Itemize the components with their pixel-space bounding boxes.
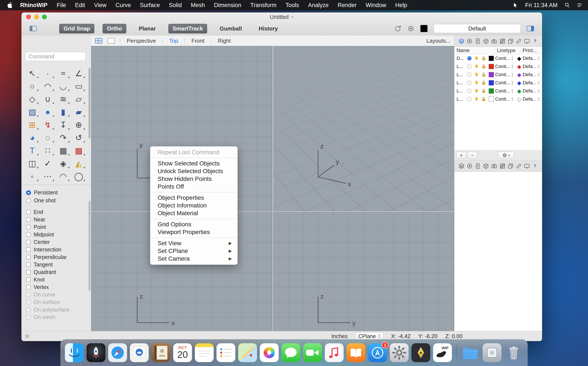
- tool-surface-plane-icon[interactable]: ▱▾: [71, 93, 86, 106]
- layer-visibility-bulb-icon[interactable]: [473, 72, 480, 77]
- layer-row[interactable]: L...Conti...◆Defa...: [454, 79, 542, 87]
- monitor-panel-icon[interactable]: [524, 163, 530, 169]
- menubar-item-dimension[interactable]: Dimension: [210, 2, 246, 8]
- camera-panel-icon[interactable]: [491, 38, 497, 44]
- dock-messages-icon[interactable]: [282, 343, 301, 362]
- tool-select-icon[interactable]: ↖▾: [24, 67, 40, 80]
- layer-lock-icon[interactable]: [480, 72, 487, 77]
- tool-more-icon[interactable]: ⋯▾: [40, 170, 55, 182]
- tool-array-icon[interactable]: ▩▾: [71, 144, 86, 157]
- menu-item-object-properties[interactable]: Object Properties: [150, 194, 237, 202]
- layer-visibility-bulb-icon[interactable]: [473, 97, 480, 101]
- sheets-panel-icon[interactable]: [507, 38, 514, 44]
- snap-mode-persistent[interactable]: Persistent: [26, 189, 91, 197]
- menubar-item-transform[interactable]: Transform: [246, 2, 281, 8]
- osnap-intersection[interactable]: Intersection: [26, 246, 91, 253]
- checkbox-point[interactable]: [26, 225, 31, 229]
- toolbar-toggle-smarttrack[interactable]: SmartTrack: [168, 24, 207, 33]
- tool-polyline-icon[interactable]: ∠▾: [71, 67, 86, 80]
- layer-gear-menu-button[interactable]: ⚙▾: [498, 152, 514, 159]
- tool-sphere-icon[interactable]: ●▾: [40, 106, 55, 118]
- tool-curve-network-icon[interactable]: ≋▾: [56, 93, 71, 106]
- hatch-panel-icon[interactable]: [499, 38, 506, 44]
- radio-persistent[interactable]: [26, 190, 31, 195]
- layers-panel-icon[interactable]: [458, 163, 465, 169]
- checkbox-perpendicular[interactable]: [26, 255, 31, 259]
- display-mode-combo[interactable]: Default: [434, 24, 521, 33]
- layer-print-width-popup[interactable]: Defa...: [523, 64, 542, 69]
- camera-panel-icon[interactable]: [491, 163, 497, 169]
- cplane-popup[interactable]: CPlane: [355, 332, 384, 340]
- dock-reminders-icon[interactable]: [217, 343, 235, 362]
- viewport-tab-front[interactable]: Front: [190, 38, 206, 44]
- menubar-item-view[interactable]: View: [90, 2, 111, 8]
- pointer-menu-extra-icon[interactable]: [513, 2, 518, 8]
- checkbox-midpoint[interactable]: [26, 232, 31, 237]
- column-print[interactable]: Print...: [521, 48, 542, 53]
- tool-text-icon[interactable]: T▾: [24, 144, 40, 157]
- layer-visibility-bulb-icon[interactable]: [473, 80, 480, 85]
- layer-linetype-popup[interactable]: Conti...: [495, 56, 516, 61]
- layer-print-width-popup[interactable]: Defa...: [523, 96, 542, 102]
- menubar-item-window[interactable]: Window: [361, 2, 391, 8]
- dock-notes-icon[interactable]: [195, 343, 214, 362]
- object-panel-icon[interactable]: [483, 163, 489, 169]
- dock-trash-icon[interactable]: [504, 343, 523, 362]
- layer-current-radio[interactable]: [466, 56, 473, 60]
- tool-gem-icon[interactable]: ◈▾: [56, 157, 71, 170]
- layer-linetype-popup[interactable]: Conti...: [495, 64, 516, 69]
- layer-print-color-icon[interactable]: ◆: [516, 64, 523, 69]
- layer-row[interactable]: L...Conti...◇Defa...: [454, 95, 542, 103]
- dock-safari-icon[interactable]: [108, 343, 127, 362]
- tool-palette-scrollbar[interactable]: [89, 68, 90, 139]
- grip-icon[interactable]: [24, 333, 30, 339]
- target-icon[interactable]: [407, 25, 414, 32]
- viewport-tab-top[interactable]: Top: [168, 38, 180, 44]
- layer-row[interactable]: L...Conti...◆Defa...: [454, 71, 542, 79]
- menu-item-set-view[interactable]: Set View▶: [150, 239, 237, 247]
- viewport-right[interactable]: z y: [273, 212, 455, 331]
- dock-maps-icon[interactable]: [238, 343, 257, 362]
- tool-gumball-icon[interactable]: ⊕▾: [71, 118, 86, 131]
- dock-finder-icon[interactable]: [65, 343, 84, 362]
- layer-lock-icon[interactable]: [480, 97, 487, 101]
- checkbox-intersection[interactable]: [26, 247, 31, 252]
- remove-layer-button[interactable]: −: [468, 152, 477, 159]
- osnap-vertex[interactable]: Vertex: [26, 283, 91, 291]
- display-panel-icon[interactable]: [467, 38, 473, 44]
- layer-print-color-icon[interactable]: ◆: [516, 56, 523, 61]
- dock-app-store-icon[interactable]: 1: [368, 343, 387, 362]
- osnap-point[interactable]: Point: [26, 223, 91, 231]
- notification-center-icon[interactable]: [577, 2, 582, 8]
- osnap-tangent[interactable]: Tangent: [26, 261, 91, 268]
- tool-control-point-curve-icon[interactable]: ≈▾: [56, 67, 71, 80]
- dock-folder-icon[interactable]: [461, 343, 480, 362]
- add-layer-button[interactable]: +: [457, 152, 466, 159]
- tool-plugins-icon[interactable]: ⊞▾: [24, 118, 40, 131]
- apple-menu-icon[interactable]: [7, 2, 12, 8]
- dock-facetime-icon[interactable]: [303, 343, 322, 362]
- osnap-midpoint[interactable]: Midpoint: [26, 231, 91, 238]
- layer-current-radio[interactable]: [466, 73, 473, 77]
- display-color-swatch[interactable]: [420, 25, 428, 32]
- tool-arc-blend-icon[interactable]: ◠▾: [56, 170, 71, 182]
- layer-visibility-bulb-icon[interactable]: [473, 64, 480, 69]
- layer-linetype-popup[interactable]: Conti...: [495, 72, 516, 77]
- single-pane-icon[interactable]: [107, 38, 115, 44]
- checkbox-tangent[interactable]: [26, 262, 31, 267]
- layer-color-swatch[interactable]: [487, 72, 495, 77]
- monitor-panel-icon[interactable]: [524, 38, 530, 44]
- help-panel-icon[interactable]: ?: [532, 163, 538, 169]
- radio-one-shot[interactable]: [26, 198, 31, 203]
- menu-item-object-material[interactable]: Object Material: [150, 209, 237, 217]
- layer-lock-icon[interactable]: [480, 89, 487, 93]
- layer-current-radio[interactable]: [466, 89, 473, 93]
- column-name[interactable]: Name: [454, 48, 495, 53]
- help-panel-icon[interactable]: ?: [532, 38, 538, 44]
- menu-item-show-hidden-points[interactable]: Show Hidden Points: [150, 175, 237, 183]
- checkbox-center[interactable]: [26, 240, 31, 244]
- menubar-item-render[interactable]: Render: [333, 2, 361, 8]
- spotlight-search-icon[interactable]: [565, 2, 570, 8]
- tool-conic-icon[interactable]: ◡▾: [56, 80, 71, 93]
- checkbox-knot[interactable]: [26, 277, 31, 282]
